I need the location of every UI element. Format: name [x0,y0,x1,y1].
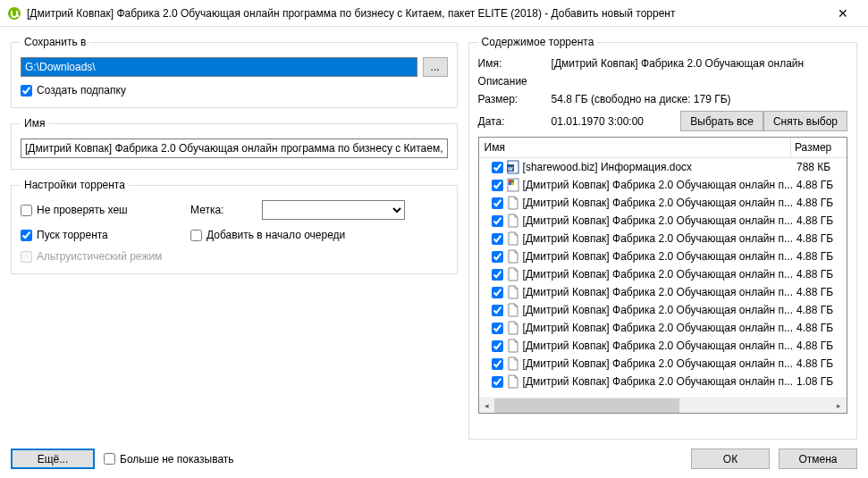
file-name: [Дмитрий Ковпак] Фабрика 2.0 Обучающая о… [523,357,793,370]
file-row[interactable]: [Дмитрий Ковпак] Фабрика 2.0 Обучающая о… [479,355,847,373]
file-row[interactable]: [Дмитрий Ковпак] Фабрика 2.0 Обучающая о… [479,265,847,283]
file-size: 4.88 ГБ [796,268,843,281]
file-checkbox[interactable] [492,197,503,209]
dont-show-input[interactable] [104,453,115,465]
save-in-legend: Сохранить в [21,36,89,48]
file-size: 4.88 ГБ [796,179,843,191]
start-torrent-checkbox[interactable]: Пуск торрента [21,229,190,241]
save-path-input[interactable] [21,57,417,77]
start-torrent-input[interactable] [21,230,32,241]
file-list: Имя Размер W[sharewood.biz] Информация.d… [478,137,847,414]
file-checkbox[interactable] [492,340,503,352]
file-row[interactable]: [Дмитрий Ковпак] Фабрика 2.0 Обучающая о… [479,337,847,355]
file-row[interactable]: [Дмитрий Ковпак] Фабрика 2.0 Обучающая о… [479,247,847,265]
file-size: 4.88 ГБ [796,340,843,352]
file-row[interactable]: [Дмитрий Ковпак] Фабрика 2.0 Обучающая о… [479,230,847,247]
svg-rect-7 [509,182,511,185]
file-name: [Дмитрий Ковпак] Фабрика 2.0 Обучающая о… [523,375,793,388]
file-icon [507,178,519,192]
file-size: 4.88 ГБ [796,304,843,316]
file-checkbox[interactable] [492,215,503,227]
label-label: Метка: [190,204,262,216]
altruistic-checkbox: Альтруистический режим [21,250,448,263]
settings-legend: Настройки торрента [21,179,129,191]
file-checkbox[interactable] [492,180,503,191]
add-top-input[interactable] [190,230,202,241]
utorrent-icon [7,6,21,21]
file-name: [Дмитрий Ковпак] Фабрика 2.0 Обучающая о… [523,197,793,209]
file-row[interactable]: [Дмитрий Ковпак] Фабрика 2.0 Обучающая о… [479,319,847,337]
col-size[interactable]: Размер [791,138,847,157]
create-subfolder-input[interactable] [21,85,32,96]
size-label: Размер: [478,93,552,105]
svg-rect-8 [511,182,514,185]
desc-label: Описание [478,75,847,88]
name-label: Имя: [478,57,552,70]
file-size: 4.88 ГБ [796,250,843,263]
file-name: [sharewood.biz] Информация.docx [523,161,793,173]
file-size: 4.88 ГБ [796,357,843,370]
file-name: [Дмитрий Ковпак] Фабрика 2.0 Обучающая о… [523,250,793,263]
dont-show-checkbox[interactable]: Больше не показывать [104,453,234,465]
create-subfolder-checkbox[interactable]: Создать подпапку [21,84,448,96]
file-size: 788 КБ [796,161,843,173]
file-checkbox[interactable] [492,358,503,370]
file-checkbox[interactable] [492,305,503,316]
contents-legend: Содержимое торрента [478,36,598,48]
file-name: [Дмитрий Ковпак] Фабрика 2.0 Обучающая о… [523,304,793,316]
window-title: [Дмитрий Ковпак] Фабрика 2.0 Обучающая о… [27,7,825,20]
file-row[interactable]: [Дмитрий Ковпак] Фабрика 2.0 Обучающая о… [479,373,847,390]
file-body[interactable]: W[sharewood.biz] Информация.docx788 КБ[Д… [479,158,847,398]
ok-button[interactable]: ОК [691,449,770,469]
file-icon [507,339,519,353]
file-size: 4.88 ГБ [796,197,843,209]
horizontal-scrollbar[interactable]: ◂ ▸ [479,398,847,413]
file-row[interactable]: W[sharewood.biz] Информация.docx788 КБ [479,158,847,176]
file-checkbox[interactable] [492,251,503,263]
file-icon [507,196,519,210]
file-row[interactable]: [Дмитрий Ковпак] Фабрика 2.0 Обучающая о… [479,283,847,301]
svg-rect-6 [511,180,514,182]
file-size: 1.08 ГБ [796,375,843,388]
file-checkbox[interactable] [492,269,503,281]
close-button[interactable]: ✕ [825,6,861,21]
file-name: [Дмитрий Ковпак] Фабрика 2.0 Обучающая о… [523,322,793,334]
file-row[interactable]: [Дмитрий Ковпак] Фабрика 2.0 Обучающая о… [479,176,847,194]
select-all-button[interactable]: Выбрать все [680,111,763,131]
file-checkbox[interactable] [492,323,503,334]
svg-rect-5 [509,180,511,182]
file-checkbox[interactable] [492,376,503,388]
name-value: [Дмитрий Ковпак] Фабрика 2.0 Обучающая о… [552,57,847,70]
name-group: Имя [11,117,458,170]
more-button[interactable]: Ещё... [11,449,95,469]
file-name: [Дмитрий Ковпак] Фабрика 2.0 Обучающая о… [523,179,793,191]
name-legend: Имя [21,117,48,130]
skip-hash-input[interactable] [21,205,32,216]
file-icon [507,214,519,228]
file-row[interactable]: [Дмитрий Ковпак] Фабрика 2.0 Обучающая о… [479,212,847,230]
file-size: 4.88 ГБ [796,322,843,334]
file-size: 4.88 ГБ [796,214,843,227]
file-icon: W [507,160,519,174]
torrent-settings-group: Настройки торрента Не проверять хеш Метк… [11,179,458,274]
file-checkbox[interactable] [492,233,503,245]
file-icon [507,267,519,281]
add-top-checkbox[interactable]: Добавить в начало очереди [190,229,448,241]
file-checkbox[interactable] [492,162,503,173]
file-name: [Дмитрий Ковпак] Фабрика 2.0 Обучающая о… [523,268,793,281]
date-value: 01.01.1970 3:00:00 [552,115,681,128]
skip-hash-checkbox[interactable]: Не проверять хеш [21,204,190,216]
file-checkbox[interactable] [492,287,503,298]
file-icon [507,374,519,389]
deselect-all-button[interactable]: Снять выбор [763,111,847,131]
file-row[interactable]: [Дмитрий Ковпак] Фабрика 2.0 Обучающая о… [479,301,847,319]
size-value: 54.8 ГБ (свободно на диске: 179 ГБ) [552,93,847,105]
altruistic-input [21,251,32,263]
col-name[interactable]: Имя [479,138,791,157]
browse-button[interactable]: ... [423,57,448,77]
torrent-name-input[interactable] [21,138,448,158]
file-icon [507,285,519,299]
cancel-button[interactable]: Отмена [779,449,857,469]
file-row[interactable]: [Дмитрий Ковпак] Фабрика 2.0 Обучающая о… [479,194,847,212]
label-combo[interactable] [262,200,405,220]
